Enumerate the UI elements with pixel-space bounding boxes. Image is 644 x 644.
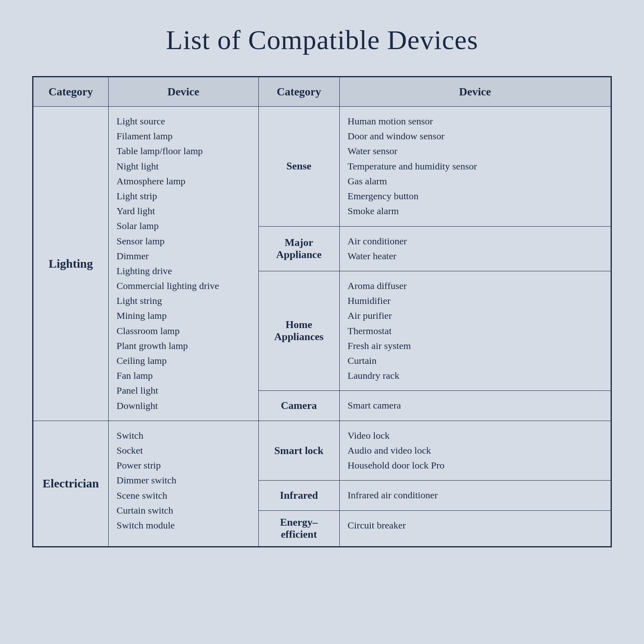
category-camera: Camera [258, 391, 339, 421]
category-lighting: Lighting [33, 107, 109, 421]
header-category-1: Category [33, 77, 109, 107]
header-device-1: Device [108, 77, 258, 107]
header-category-2: Category [258, 77, 339, 107]
category-sense: Sense [258, 107, 339, 227]
devices-energy-efficient: Circuit breaker [339, 510, 611, 546]
category-major-appliance: Major Appliance [258, 226, 339, 271]
category-home-appliances: Home Appliances [258, 271, 339, 391]
category-smart-lock: Smart lock [258, 421, 339, 481]
header-device-2: Device [339, 77, 611, 107]
devices-smart-lock: Video lockAudio and video lockHousehold … [339, 421, 611, 481]
devices-electrician: SwitchSocketPower stripDimmer switchScen… [108, 421, 258, 546]
table-header-row: Category Device Category Device [33, 77, 611, 107]
table-row-lighting-sense: Lighting Light sourceFilament lampTable … [33, 107, 611, 227]
compatible-devices-table: Category Device Category Device Lighting… [33, 77, 611, 547]
category-electrician: Electrician [33, 421, 109, 546]
category-infrared: Infrared [258, 481, 339, 510]
devices-lighting: Light sourceFilament lampTable lamp/floo… [108, 107, 258, 421]
devices-major-appliance: Air conditionerWater heater [339, 226, 611, 271]
devices-camera: Smart camera [339, 391, 611, 421]
table-row-electrician-smartlock: Electrician SwitchSocketPower stripDimme… [33, 421, 611, 481]
devices-infrared: Infrared air conditioner [339, 481, 611, 510]
table-wrapper: Category Device Category Device Lighting… [32, 76, 612, 547]
category-energy-efficient: Energy–efficient [258, 510, 339, 546]
page-title: List of Compatible Devices [166, 24, 478, 56]
devices-sense: Human motion sensorDoor and window senso… [339, 107, 611, 227]
devices-home-appliances: Aroma diffuserHumidifierAir purifierTher… [339, 271, 611, 391]
